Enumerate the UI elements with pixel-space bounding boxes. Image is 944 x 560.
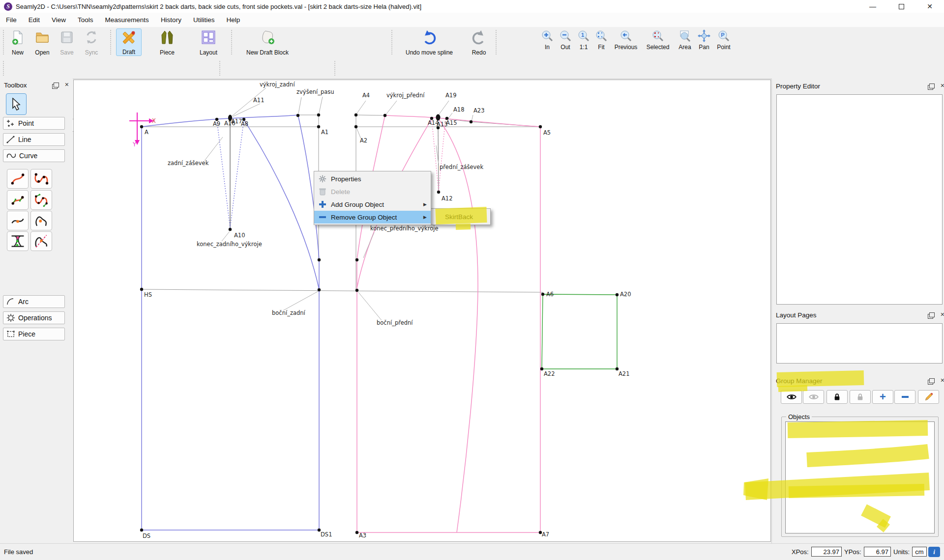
new-file-icon [10, 29, 26, 45]
float-panel-icon[interactable] [929, 84, 935, 88]
layout-pages-content [776, 323, 943, 364]
mode-piece-button[interactable]: Piece [155, 28, 179, 56]
float-panel-icon[interactable] [54, 83, 59, 87]
menu-history[interactable]: History [155, 14, 187, 26]
line-tools-icon [6, 135, 15, 144]
toolbox-group-curve[interactable]: Curve [3, 149, 65, 162]
point-along-curve-tool-button[interactable] [7, 211, 29, 230]
zoom-out-icon [559, 29, 572, 42]
show-group-button[interactable] [781, 390, 802, 404]
property-editor-header: Property Editor × [772, 80, 944, 92]
svg-text:P: P [721, 32, 724, 38]
lock-group-button[interactable] [826, 390, 848, 404]
menu-file[interactable]: File [0, 14, 23, 26]
curves-intersection-icon [9, 233, 26, 249]
menu-help[interactable]: Help [220, 14, 246, 26]
undo-icon [421, 29, 437, 45]
open-button[interactable]: Open [30, 28, 54, 56]
svg-text:1: 1 [581, 32, 584, 38]
close-panel-icon[interactable]: × [65, 81, 69, 88]
new-button[interactable]: New [6, 28, 30, 56]
float-panel-icon[interactable] [929, 378, 935, 383]
add-group-button[interactable]: + [872, 390, 893, 404]
rename-group-button[interactable] [918, 390, 939, 404]
svg-text:A19: A19 [445, 92, 457, 99]
sync-button: Sync [80, 28, 103, 56]
simple-curve-icon [9, 171, 26, 187]
spline-path-control-points-tool-button[interactable] [30, 190, 52, 210]
curve-tool-button[interactable] [7, 169, 29, 189]
menu-item-delete: Delete [314, 185, 431, 198]
toolbox-group-operations[interactable]: Operations [3, 311, 65, 324]
context-menu: Properties Delete Add Group Object ▶ Rem… [314, 171, 431, 225]
lock-icon [833, 392, 841, 401]
close-button[interactable]: ✕ [915, 0, 944, 13]
menu-item-properties[interactable]: Properties [314, 172, 431, 185]
curve-intersect-curve-tool-button[interactable] [7, 231, 29, 251]
title-bar: S Seamly2D - C:\Users\TNN\seamly2d\patte… [0, 0, 944, 13]
lock-disabled-icon [856, 392, 864, 401]
info-button[interactable]: i [928, 547, 940, 557]
svg-text:výkroj_zadní: výkroj_zadní [260, 81, 295, 88]
pocket-rectangle[interactable] [542, 294, 617, 369]
curve-intersect-axis-tool-button[interactable] [30, 231, 52, 251]
menu-measurements[interactable]: Measurements [99, 14, 155, 26]
toolbox-group-piece[interactable]: Piece [3, 328, 65, 340]
pattern-drawing: AA9A16A17A8A11zvýšení_pasuvýkroj_zadníA1… [74, 80, 771, 542]
svg-text:A18: A18 [453, 106, 465, 113]
curve-control-points-icon [9, 192, 26, 208]
curve-with-control-points-tool-button[interactable] [7, 190, 29, 210]
mode-draft-button[interactable]: Draft [116, 28, 142, 56]
zoom-in-button[interactable]: In [539, 29, 556, 51]
open-folder-icon [34, 29, 50, 45]
select-tool-button[interactable] [6, 93, 27, 115]
objects-list[interactable] [785, 421, 935, 533]
svg-text:A15: A15 [446, 119, 457, 126]
toolbox-group-arc[interactable]: Arc [3, 295, 65, 308]
unlock-group-button[interactable] [850, 390, 871, 404]
close-panel-icon[interactable]: × [941, 376, 944, 384]
redo-icon [471, 29, 487, 45]
svg-text:A12: A12 [442, 195, 453, 202]
app-icon: S [4, 2, 12, 11]
point-along-spline-tool-button[interactable] [30, 211, 52, 230]
zoom-point-button[interactable]: P Point [714, 29, 734, 51]
new-draft-block-button[interactable]: New Draft Block [239, 28, 296, 56]
close-panel-icon[interactable]: × [941, 310, 944, 318]
right-dock: Property Editor × Layout Pages × Group M… [771, 79, 944, 543]
zoom-out-button[interactable]: Out [557, 29, 574, 51]
draft-canvas[interactable]: AA9A16A17A8A11zvýšení_pasuvýkroj_zadníA1… [73, 80, 771, 542]
remove-group-button[interactable] [894, 390, 915, 404]
zoom-area-button[interactable]: Area [675, 29, 695, 51]
svg-text:A6: A6 [546, 291, 554, 298]
minimize-button[interactable]: — [858, 0, 887, 13]
redo-button[interactable]: Redo [465, 28, 493, 56]
zoom-1to1-button[interactable]: 1 1:1 [575, 29, 592, 51]
submenu-item-skirtback[interactable]: SkirtBack [430, 210, 490, 223]
zoom-fit-button[interactable]: Fit [593, 29, 610, 51]
mode-layout-button[interactable]: Layout [197, 28, 220, 56]
menu-item-remove-group-object[interactable]: Remove Group Object ▶ [314, 211, 431, 224]
menu-utilities[interactable]: Utilities [187, 14, 221, 26]
xpos-value: 23.97 [811, 547, 842, 557]
menu-view[interactable]: View [46, 14, 72, 26]
undo-button[interactable]: Undo move spline [399, 28, 459, 56]
toolbox-group-line[interactable]: Line [3, 133, 65, 146]
menu-item-add-group-object[interactable]: Add Group Object ▶ [314, 198, 431, 211]
svg-text:X: X [152, 117, 156, 124]
maximize-button[interactable] [887, 0, 915, 13]
zoom-fit-icon [595, 29, 608, 42]
close-panel-icon[interactable]: × [941, 82, 944, 89]
spline-path-tool-button[interactable] [30, 169, 52, 189]
float-panel-icon[interactable] [929, 312, 935, 317]
menu-edit[interactable]: Edit [23, 14, 46, 26]
zoom-selected-button[interactable]: Selected [643, 29, 673, 51]
hide-group-button[interactable] [803, 390, 824, 404]
zoom-previous-button[interactable]: Previous [612, 29, 640, 51]
svg-text:konec_zadního_výkroje: konec_zadního_výkroje [197, 241, 262, 248]
toolbox-group-point[interactable]: Point [3, 117, 65, 130]
menu-tools[interactable]: Tools [72, 14, 99, 26]
pan-button[interactable]: Pan [695, 29, 713, 51]
group-manager-toolbar: + [772, 390, 944, 404]
eye-disabled-icon [809, 393, 819, 400]
